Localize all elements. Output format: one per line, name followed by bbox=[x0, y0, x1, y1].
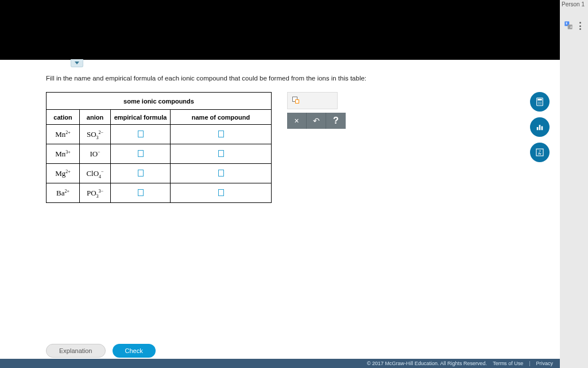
explanation-button[interactable]: Explanation bbox=[46, 344, 106, 358]
terms-link[interactable]: Terms of Use bbox=[493, 361, 523, 366]
copyright-text: © 2017 McGraw-Hill Education. All Rights… bbox=[367, 361, 487, 366]
col-header-cation: cation bbox=[47, 110, 80, 125]
formula-cell bbox=[111, 144, 171, 164]
svg-point-10 bbox=[541, 103, 542, 105]
bottom-bar: Explanation Check bbox=[0, 344, 560, 358]
svg-rect-12 bbox=[539, 125, 541, 130]
privacy-link[interactable]: Privacy bbox=[536, 361, 553, 366]
toolbar-field[interactable] bbox=[287, 92, 338, 109]
col-header-name: name of compound bbox=[171, 110, 272, 125]
anion-cell: IO− bbox=[80, 144, 111, 164]
cation-cell: Mn2+ bbox=[47, 125, 80, 144]
svg-rect-4 bbox=[537, 99, 542, 101]
translate-icon[interactable]: A bbox=[564, 21, 573, 30]
formula-input[interactable] bbox=[138, 189, 144, 196]
browser-right-strip: Person 1 A bbox=[560, 0, 588, 368]
svg-rect-13 bbox=[541, 126, 543, 131]
formula-cell bbox=[111, 125, 171, 144]
top-header-black bbox=[0, 0, 560, 60]
name-input[interactable] bbox=[218, 189, 224, 196]
name-cell bbox=[171, 125, 272, 144]
name-input[interactable] bbox=[218, 131, 224, 137]
table-title: some ionic compounds bbox=[47, 93, 272, 110]
anion-cell: SO32− bbox=[80, 125, 111, 144]
table-wrap: some ionic compounds cation anion empiri… bbox=[46, 92, 272, 203]
periodic-icon: 18Ar bbox=[535, 147, 545, 158]
dropdown-tab[interactable] bbox=[71, 59, 83, 67]
instruction-text: Fill in the name and empirical formula o… bbox=[46, 75, 366, 82]
cation-cell: Ba2+ bbox=[47, 183, 80, 203]
name-input[interactable] bbox=[218, 170, 224, 177]
name-cell bbox=[171, 164, 272, 183]
anion-cell: PO33− bbox=[80, 183, 111, 203]
table-row: Mg2+ ClO4− bbox=[47, 164, 272, 183]
svg-rect-11 bbox=[537, 127, 539, 130]
table-row: Mn3+ IO− bbox=[47, 144, 272, 164]
col-header-formula: empirical formula bbox=[111, 110, 171, 125]
svg-point-5 bbox=[538, 102, 539, 103]
name-input[interactable] bbox=[218, 150, 224, 157]
undo-button[interactable]: ↶ bbox=[307, 113, 326, 129]
name-cell bbox=[171, 144, 272, 164]
svg-point-6 bbox=[539, 102, 540, 103]
cation-cell: Mn3+ bbox=[47, 144, 80, 164]
stats-button[interactable] bbox=[530, 117, 550, 137]
close-button[interactable]: × bbox=[287, 113, 307, 129]
answer-toolbar: × ↶ ? bbox=[287, 92, 346, 129]
side-tools: 18Ar bbox=[530, 92, 550, 162]
table-row: Mn2+ SO32− bbox=[47, 125, 272, 144]
bar-chart-icon bbox=[535, 122, 545, 132]
svg-text:Ar: Ar bbox=[538, 152, 541, 155]
ionic-table: some ionic compounds cation anion empiri… bbox=[46, 92, 272, 203]
calculator-button[interactable] bbox=[530, 92, 550, 112]
svg-point-7 bbox=[541, 102, 542, 103]
menu-kebab-icon[interactable] bbox=[577, 22, 583, 30]
profile-name: Person 1 bbox=[562, 1, 585, 7]
anion-cell: ClO4− bbox=[80, 164, 111, 183]
formula-input[interactable] bbox=[138, 150, 144, 157]
formula-cell bbox=[111, 164, 171, 183]
col-header-anion: anion bbox=[80, 110, 111, 125]
footer: © 2017 McGraw-Hill Education. All Rights… bbox=[0, 359, 560, 368]
svg-text:A: A bbox=[570, 25, 572, 29]
svg-point-8 bbox=[538, 103, 539, 105]
cation-cell: Mg2+ bbox=[47, 164, 80, 183]
stack-icon bbox=[292, 97, 300, 105]
periodic-table-button[interactable]: 18Ar bbox=[530, 143, 550, 162]
content-panel: Fill in the name and empirical formula o… bbox=[0, 60, 560, 368]
check-button[interactable]: Check bbox=[113, 344, 156, 358]
table-row: Ba2+ PO33− bbox=[47, 183, 272, 203]
formula-cell bbox=[111, 183, 171, 203]
name-cell bbox=[171, 183, 272, 203]
formula-input[interactable] bbox=[138, 131, 144, 137]
help-button[interactable]: ? bbox=[326, 113, 346, 129]
formula-input[interactable] bbox=[138, 170, 144, 177]
svg-point-9 bbox=[539, 103, 540, 105]
calculator-icon bbox=[535, 97, 545, 107]
